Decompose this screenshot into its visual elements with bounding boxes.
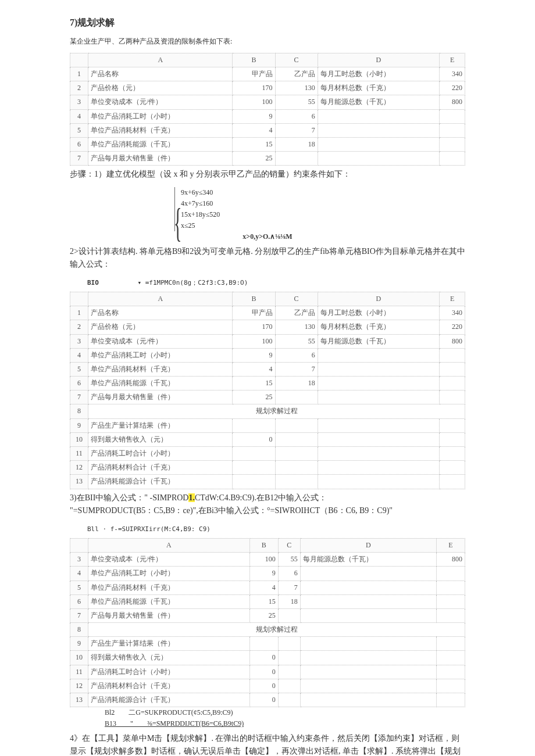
formula-bar-1: BIO ▾ =f1MPMC0n(8g；C2f3:C3,B9:O)	[70, 277, 465, 292]
extra-formula-b12: Bl2 二G=SUKPRODUCT(¢5:C5,B9:C9)	[105, 707, 465, 718]
intro-text: 某企业生产甲、乙两种产品及资混的限制条件如下表:	[70, 36, 465, 47]
constraint-extra: x>0,y>O.∧⅛⅛M	[70, 231, 465, 242]
extra-formula-b13: B13 " ⅜=SMPRDDIJCT(B6=C6,B9tC9)	[105, 718, 465, 729]
section-title: 7)规划求解	[70, 15, 465, 30]
step-1-text: 步骤：1）建立优化模型（设 x 和 y 分别表示甲乙产品的销量）约束条件如下：	[70, 168, 465, 181]
step-4-text: 4》在【工具】菜单中M击【规划求解】. 在弹出的时话框中输入约束条件，然后关闭【…	[70, 732, 465, 756]
spreadsheet-table-3: ABCDE 3单位变动成本（元/件）10055每月能源总数（千瓦）8004单位产…	[70, 538, 465, 707]
constraints-block: 9x+6y≤340 4x+7y≤160 15x+18y≤520 x≤25	[174, 187, 465, 232]
step-3-text: 3)在BII中输入公式：" -SIMPROD1.CTdW:C4.B9:C9).在…	[70, 492, 465, 518]
step-2-text: 2>设计计算表结构. 将单元格B9和2设为可变单元格. 分别放甲乙的生产fib将…	[70, 245, 465, 271]
spreadsheet-table-2: ABCDE 1产品名称甲产品乙产品每月工时总数（小时）3402产品价格（元）17…	[70, 292, 465, 489]
spreadsheet-table-1: ABCDE 1产品名称甲产品乙产品每月工时总数（小时）3402产品价格（元）17…	[70, 53, 465, 166]
formula-bar-2: Bll · f-=SUIPRXIirr(M:C4,B9: C9)	[70, 523, 465, 538]
